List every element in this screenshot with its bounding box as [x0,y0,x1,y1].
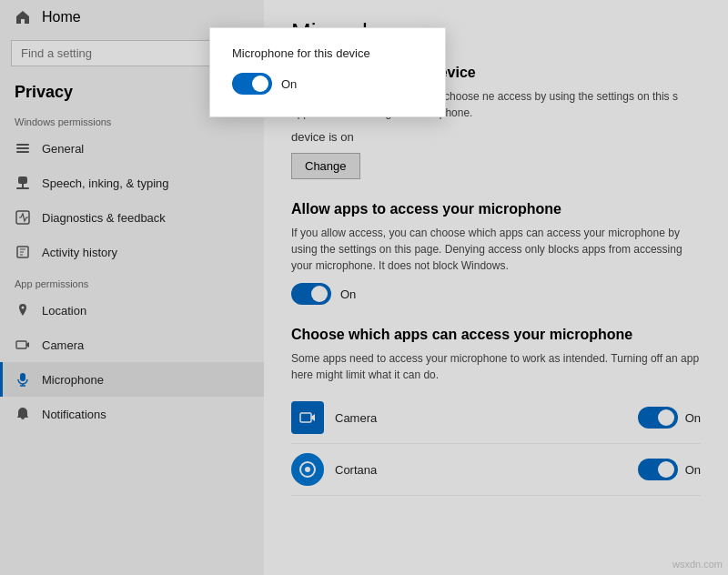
app-container: Home Privacy Windows permissions General… [0,0,728,575]
watermark: wsxdn.com [672,559,723,570]
popup-title: Microphone for this device [232,46,423,60]
popup-card: Microphone for this device On [209,27,446,117]
popup-overlay: Microphone for this device On [0,0,728,575]
popup-toggle[interactable] [232,73,272,95]
popup-toggle-row: On [232,73,423,95]
popup-toggle-label: On [281,77,297,91]
